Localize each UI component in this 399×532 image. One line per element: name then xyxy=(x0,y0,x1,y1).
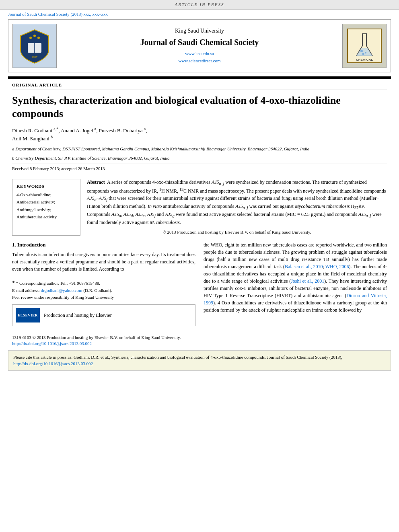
article-in-press-banner: ARTICLE IN PRESS xyxy=(0,0,399,10)
article-body: ORIGINAL ARTICLE Synthesis, characteriza… xyxy=(0,82,399,326)
citation-text: Please cite this article in press as: Go… xyxy=(13,355,342,366)
banner-text: ARTICLE IN PRESS xyxy=(175,2,224,7)
received-line: Received 8 February 2013; accepted 26 Ma… xyxy=(12,164,387,174)
svg-point-3 xyxy=(33,35,36,37)
link2[interactable]: www.sciencedirect.com xyxy=(179,58,221,63)
citation-doi-link[interactable]: http://dx.doi.org/10.1016/j.jsacs.2013.0… xyxy=(13,361,93,366)
peer-review-note: Peer review under responsibility of King… xyxy=(12,294,195,301)
intro-para2: the WHO, eight to ten million new tuberc… xyxy=(204,241,387,314)
black-divider xyxy=(8,76,391,79)
elsevier-logo: ELSEVIER xyxy=(16,308,40,322)
doi-line: http://dx.doi.org/10.1016/j.jsacs.2013.0… xyxy=(12,341,387,347)
journal-header: 1957 King Saud University Journal of Sau… xyxy=(8,19,391,72)
abstract-section: Abstract A series of compounds 4-oxo-thi… xyxy=(87,179,387,236)
keyword-1: 4-Oxo-thiazolidine; xyxy=(16,192,76,198)
svg-point-2 xyxy=(29,37,32,39)
intro-para1: Tuberculosis is an infection that caregi… xyxy=(12,251,195,273)
abstract-label: Abstract xyxy=(87,179,105,185)
abstract-copyright: © 2013 Production and hosting by Elsevie… xyxy=(87,229,387,236)
journal-name: Journal of Saudi Chemical Society xyxy=(63,37,336,48)
ref-who[interactable]: WHO, 2006 xyxy=(325,264,349,269)
footnote-star: * * Corresponding author. Tel.: +91 9687… xyxy=(12,279,195,287)
chemical-logo: CHEMICAL xyxy=(342,24,387,68)
footnote-email: E-mail address: drgodhani@yahoo.com (D.R… xyxy=(12,287,195,294)
chemical-logo-svg: CHEMICAL xyxy=(346,28,383,64)
journal-ref: Journal of Saudi Chemical Society (2013)… xyxy=(0,10,399,19)
email-link[interactable]: drgodhani@yahoo.com xyxy=(41,288,82,293)
journal-links: www.ksu.edu.sa www.sciencedirect.com xyxy=(63,50,336,64)
abstract-text: Abstract A series of compounds 4-oxo-thi… xyxy=(87,179,387,226)
authors-line: Dinesh R. Godhani a,*, Anand A. Jogel a,… xyxy=(12,126,387,142)
section-type-label: ORIGINAL ARTICLE xyxy=(12,82,387,90)
footnote-area: * * Corresponding author. Tel.: +91 9687… xyxy=(12,276,195,300)
svg-point-9 xyxy=(362,53,364,55)
svg-point-4 xyxy=(37,37,40,39)
body-right: the WHO, eight to ten million new tuberc… xyxy=(204,241,387,326)
affiliation-a: a Department of Chemistry, DST-FIST Spon… xyxy=(12,146,387,152)
issn-line: 1319-6103 © 2013 Production and hosting … xyxy=(12,335,387,341)
author-sanghani: Anil M. Sanghani b xyxy=(12,136,53,142)
journal-ref-text: Journal of Saudi Chemical Society (2013)… xyxy=(8,12,108,16)
keywords-title: KEYWORDS xyxy=(16,183,76,189)
keyword-4: Antitubercular activity xyxy=(16,214,76,220)
doi-link[interactable]: http://dx.doi.org/10.1016/j.jsacs.2013.0… xyxy=(12,341,92,346)
svg-text:1957: 1957 xyxy=(32,55,38,59)
intro-heading: 1. Introduction xyxy=(12,241,195,249)
body-left: 1. Introduction Tuberculosis is an infec… xyxy=(12,241,195,326)
ref-diurno[interactable]: Diurno and Vittnsia, 1999 xyxy=(204,293,387,306)
elsevier-box: ELSEVIER Production and hosting by Elsev… xyxy=(12,304,195,326)
citation-box: Please cite this article in press as: Go… xyxy=(8,350,391,371)
keywords-box: KEYWORDS 4-Oxo-thiazolidine; Antibacteri… xyxy=(12,179,80,236)
keyword-3: Antifungal activity; xyxy=(16,207,76,213)
ksu-logo-svg: 1957 xyxy=(16,28,53,64)
body-two-col: 1. Introduction Tuberculosis is an infec… xyxy=(12,241,387,326)
email-name: (D.R. Godhani). xyxy=(83,288,112,293)
header-center: King Saud University Journal of Saudi Ch… xyxy=(57,27,342,64)
affiliation-b: b Chemistry Department, Sir P.P. Institu… xyxy=(12,155,387,162)
author-godhani: Dinesh R. Godhani a,*, Anand A. Jogel a,… xyxy=(12,127,147,134)
svg-text:CHEMICAL: CHEMICAL xyxy=(356,58,373,62)
svg-point-8 xyxy=(365,52,366,53)
ref-joshi[interactable]: Joshi et al., 2001 xyxy=(291,278,324,284)
keyword-2: Antibacterial activity; xyxy=(16,199,76,205)
link1[interactable]: www.ksu.edu.sa xyxy=(185,51,214,56)
svg-point-7 xyxy=(360,50,363,52)
article-title: Synthesis, characterization and biologic… xyxy=(12,94,387,120)
university-name: King Saud University xyxy=(63,27,336,35)
elsevier-text: Production and hosting by Elsevier xyxy=(44,312,112,319)
ref-balasco[interactable]: Balasco et al., 2010 xyxy=(285,264,323,269)
ksu-logo: 1957 xyxy=(12,24,57,68)
bottom-strip: 1319-6103 © 2013 Production and hosting … xyxy=(12,332,387,347)
keywords-abstract-section: KEYWORDS 4-Oxo-thiazolidine; Antibacteri… xyxy=(12,179,387,236)
